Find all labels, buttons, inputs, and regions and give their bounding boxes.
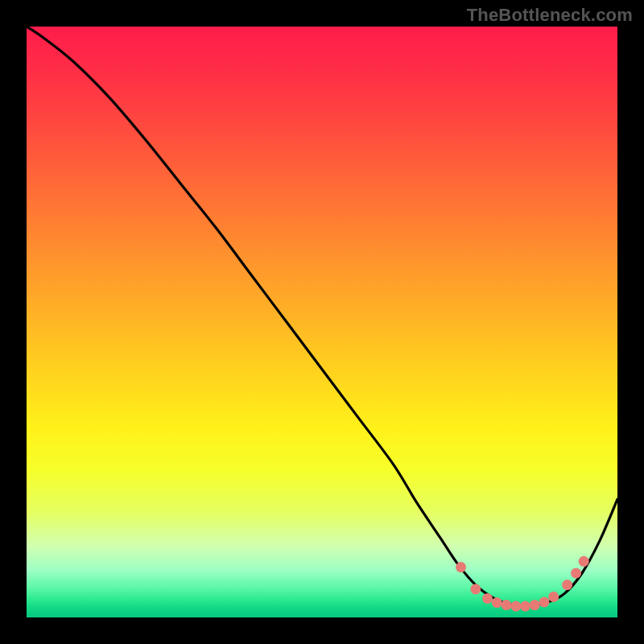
marker-dot bbox=[548, 592, 559, 602]
marker-dot bbox=[530, 600, 540, 610]
marker-dot bbox=[502, 600, 512, 610]
marker-dot bbox=[579, 556, 589, 567]
marker-dot bbox=[520, 601, 530, 612]
marker-dot bbox=[539, 597, 550, 607]
marker-dot bbox=[492, 597, 502, 608]
curve-layer bbox=[27, 27, 617, 605]
marker-dot bbox=[470, 584, 481, 594]
marker-dot bbox=[456, 562, 466, 572]
chart-stage: TheBottleneck.com bbox=[0, 0, 644, 644]
watermark-text: TheBottleneck.com bbox=[467, 5, 633, 26]
marker-dot bbox=[571, 568, 581, 579]
plot-area bbox=[27, 27, 617, 617]
marker-dot bbox=[562, 580, 572, 590]
marker-dot bbox=[510, 601, 521, 612]
chart-svg bbox=[27, 27, 617, 617]
bottleneck-curve bbox=[27, 27, 617, 605]
marker-dot bbox=[482, 593, 493, 604]
